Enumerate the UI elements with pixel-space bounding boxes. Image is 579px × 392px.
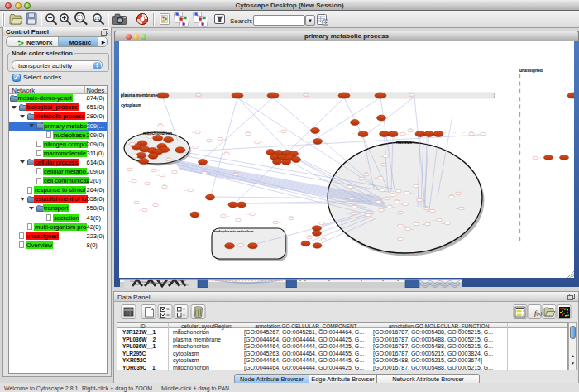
svg-text:[--]: [--]: [463, 131, 466, 133]
svg-text:[--]: [--]: [375, 177, 377, 179]
svg-text:[--]: [--]: [127, 143, 129, 145]
svg-text:[--]: [--]: [309, 234, 311, 236]
svg-text:[--]: [--]: [358, 206, 361, 208]
svg-text:1:1: 1:1: [94, 17, 100, 21]
svg-text:[--]: [--]: [453, 131, 456, 133]
svg-text:unassigned: unassigned: [519, 68, 543, 73]
svg-text:[--]: [--]: [192, 131, 194, 133]
svg-text:[--]: [--]: [164, 184, 166, 185]
svg-text:[--]: [--]: [155, 202, 157, 203]
svg-text:[--]: [--]: [415, 221, 418, 222]
svg-text:[--]: [--]: [443, 131, 446, 133]
svg-text:cytoplasm: cytoplasm: [121, 103, 141, 108]
svg-text:[--]: [--]: [352, 132, 355, 134]
svg-text:[--]: [--]: [160, 122, 162, 124]
svg-text:[--]: [--]: [325, 222, 328, 224]
svg-text:[--]: [--]: [168, 156, 170, 158]
svg-text:[--]: [--]: [462, 193, 464, 194]
svg-text:[--]: [--]: [279, 222, 281, 223]
svg-text:[--]: [--]: [124, 169, 127, 170]
svg-text:[--]: [--]: [451, 194, 453, 195]
svg-text:[--]: [--]: [305, 94, 308, 96]
svg-text:[--]: [--]: [213, 140, 215, 141]
svg-text:[--]: [--]: [411, 228, 414, 230]
svg-text:[--]: [--]: [208, 172, 210, 174]
svg-text:[--]: [--]: [442, 222, 444, 224]
svg-text:[--]: [--]: [395, 212, 397, 213]
svg-text:[--]: [--]: [387, 164, 390, 165]
svg-text:[--]: [--]: [246, 213, 249, 215]
svg-text:[--]: [--]: [406, 133, 409, 135]
svg-text:[--]: [--]: [427, 210, 429, 212]
svg-text:[--]: [--]: [422, 223, 424, 225]
svg-text:[--]: [--]: [393, 206, 395, 208]
svg-text:[--]: [--]: [365, 178, 367, 179]
svg-text:[--]: [--]: [380, 155, 382, 157]
svg-text:[--]: [--]: [456, 208, 458, 209]
svg-text:[--]: [--]: [367, 212, 370, 213]
svg-text:[--]: [--]: [139, 209, 141, 211]
svg-text:[--]: [--]: [128, 180, 131, 182]
svg-text:[--]: [--]: [174, 169, 176, 170]
svg-text:[--]: [--]: [380, 207, 383, 208]
svg-text:[--]: [--]: [189, 146, 192, 148]
svg-text:[--]: [--]: [318, 239, 320, 241]
svg-text:[--]: [--]: [223, 138, 226, 140]
svg-text:[--]: [--]: [237, 217, 240, 218]
svg-text:mitochondrion: mitochondrion: [143, 131, 172, 136]
svg-text:[--]: [--]: [184, 189, 187, 191]
svg-text:[--]: [--]: [369, 129, 371, 131]
svg-text:[--]: [--]: [538, 157, 541, 159]
svg-text:[--]: [--]: [415, 183, 418, 184]
svg-text:[--]: [--]: [400, 236, 402, 237]
svg-text:[--]: [--]: [411, 94, 414, 96]
svg-text:[--]: [--]: [346, 198, 348, 199]
svg-text:[--]: [--]: [381, 187, 384, 189]
svg-text:[--]: [--]: [140, 202, 142, 203]
svg-text:[--]: [--]: [409, 127, 412, 129]
svg-text:plasma membrane: plasma membrane: [121, 93, 157, 98]
svg-text:[--]: [--]: [410, 192, 413, 194]
svg-text:[--]: [--]: [157, 170, 160, 171]
svg-text:[--]: [--]: [381, 198, 384, 199]
svg-text:[--]: [--]: [366, 171, 368, 173]
svg-text:[--]: [--]: [433, 219, 436, 221]
svg-text:[--]: [--]: [198, 94, 200, 96]
svg-text:[--]: [--]: [471, 131, 473, 132]
svg-text:[--]: [--]: [423, 199, 425, 201]
svg-text:[--]: [--]: [347, 213, 350, 214]
svg-text:[--]: [--]: [392, 192, 395, 194]
svg-text:[--]: [--]: [226, 151, 228, 152]
svg-text:[--]: [--]: [261, 141, 263, 143]
svg-text:[--]: [--]: [396, 198, 399, 200]
svg-text:[--]: [--]: [353, 186, 356, 188]
svg-text:[--]: [--]: [138, 155, 141, 157]
svg-text:[--]: [--]: [235, 171, 237, 173]
svg-text:[--]: [--]: [382, 201, 385, 203]
svg-text:[--]: [--]: [404, 225, 406, 227]
svg-text:[--]: [--]: [240, 245, 242, 246]
svg-text:[--]: [--]: [227, 215, 229, 217]
svg-text:[--]: [--]: [426, 205, 428, 207]
svg-text:[--]: [--]: [278, 131, 280, 132]
svg-text:endoplasmic reticulum: endoplasmic reticulum: [214, 229, 254, 233]
svg-text:[--]: [--]: [400, 203, 402, 205]
svg-text:nucleus: nucleus: [396, 140, 412, 145]
svg-text:[--]: [--]: [247, 131, 250, 132]
svg-text:[--]: [--]: [290, 215, 293, 217]
svg-text:[--]: [--]: [156, 174, 159, 176]
svg-text:[--]: [--]: [477, 133, 480, 135]
svg-text:[--]: [--]: [151, 183, 153, 184]
